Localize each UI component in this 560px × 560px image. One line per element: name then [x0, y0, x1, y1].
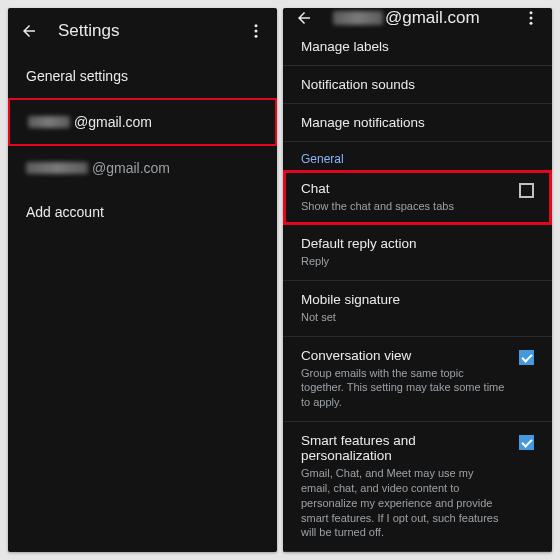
list-item-manage-labels[interactable]: Manage labels	[283, 28, 552, 66]
setting-subtitle: Group emails with the same topic togethe…	[301, 366, 509, 411]
list-item-mobile-signature[interactable]: Mobile signature Not set	[283, 281, 552, 337]
list-item-account-1[interactable]: @gmail.com	[8, 98, 277, 146]
phone-left-settings: Settings General settings @gmail.com @gm…	[8, 8, 277, 552]
setting-title: Mobile signature	[301, 292, 534, 307]
redacted-text	[333, 11, 383, 25]
account-suffix: @gmail.com	[92, 160, 170, 176]
list-item-conversation-view[interactable]: Conversation view Group emails with the …	[283, 337, 552, 423]
overflow-menu-icon[interactable]	[247, 22, 265, 40]
account-settings-list: Manage labels Notification sounds Manage…	[283, 28, 552, 552]
svg-point-4	[530, 17, 533, 20]
chat-checkbox[interactable]	[519, 183, 534, 198]
svg-point-2	[255, 35, 258, 38]
title-suffix: @gmail.com	[385, 8, 480, 28]
svg-point-0	[255, 24, 258, 27]
overflow-menu-icon[interactable]	[522, 9, 540, 27]
header: Settings	[8, 8, 277, 54]
section-header-general: General	[283, 142, 552, 170]
setting-title: Default reply action	[301, 236, 534, 251]
list-item-chat[interactable]: Chat Show the chat and spaces tabs	[283, 170, 552, 225]
list-item-notification-sounds[interactable]: Notification sounds	[283, 66, 552, 104]
setting-title: Manage notifications	[301, 115, 534, 130]
setting-title: Smart features and personalization	[301, 433, 509, 463]
redacted-text	[28, 116, 70, 128]
svg-point-3	[530, 11, 533, 14]
phone-right-account: @gmail.com Manage labels Notification so…	[283, 8, 552, 552]
page-title: Settings	[58, 21, 247, 41]
back-arrow-icon[interactable]	[20, 22, 38, 40]
list-item-default-reply[interactable]: Default reply action Reply	[283, 225, 552, 281]
settings-list: General settings @gmail.com @gmail.com A…	[8, 54, 277, 552]
list-item-manage-notifications[interactable]: Manage notifications	[283, 104, 552, 142]
setting-subtitle: Show the chat and spaces tabs	[301, 199, 509, 214]
list-item-account-2[interactable]: @gmail.com	[8, 146, 277, 190]
smart-checkbox[interactable]	[519, 435, 534, 450]
list-item-general-settings[interactable]: General settings	[8, 54, 277, 98]
svg-point-5	[530, 22, 533, 25]
setting-title: Chat	[301, 181, 509, 196]
header: @gmail.com	[283, 8, 552, 28]
list-item-smart-features[interactable]: Smart features and personalization Gmail…	[283, 422, 552, 552]
redacted-text	[26, 162, 88, 174]
svg-point-1	[255, 30, 258, 33]
account-suffix: @gmail.com	[74, 114, 152, 130]
back-arrow-icon[interactable]	[295, 9, 313, 27]
setting-title: Notification sounds	[301, 77, 534, 92]
setting-title: Conversation view	[301, 348, 509, 363]
setting-subtitle: Not set	[301, 310, 534, 325]
setting-subtitle: Gmail, Chat, and Meet may use my email, …	[301, 466, 509, 540]
setting-title: Manage labels	[301, 39, 534, 54]
conversation-checkbox[interactable]	[519, 350, 534, 365]
list-item-add-account[interactable]: Add account	[8, 190, 277, 234]
page-title: @gmail.com	[333, 8, 522, 28]
setting-subtitle: Reply	[301, 254, 534, 269]
